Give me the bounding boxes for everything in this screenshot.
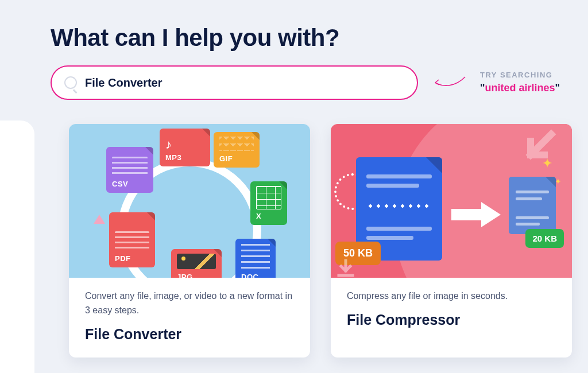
search-row: TRY SEARCHING "united airlines" — [51, 65, 588, 100]
sparkle-icon: ✦ — [542, 156, 552, 171]
cards-row: CSV MP3 GIF X DOC JPG PDF — [51, 124, 588, 358]
file-tile-csv: CSV — [106, 147, 153, 193]
size-after-badge: 20 KB — [525, 229, 564, 248]
card-illustration: CSV MP3 GIF X DOC JPG PDF — [69, 124, 310, 278]
hint-arrow-icon — [432, 75, 466, 91]
hint-example: "united airlines" — [480, 81, 560, 95]
search-input[interactable] — [85, 76, 404, 90]
search-icon — [64, 76, 77, 89]
card-file-converter[interactable]: CSV MP3 GIF X DOC JPG PDF — [69, 124, 310, 358]
document-small-icon — [509, 177, 556, 234]
card-title: File Compressor — [347, 312, 556, 328]
file-tile-mp3: MP3 — [160, 129, 210, 166]
search-hint: TRY SEARCHING "united airlines" — [480, 70, 560, 95]
arrow-right-icon — [449, 199, 503, 233]
file-tile-jpg: JPG — [171, 249, 222, 278]
file-tile-pdf: PDF — [109, 212, 155, 267]
search-box[interactable] — [51, 65, 418, 100]
arrow-down-left-icon — [519, 127, 559, 170]
background-panel — [0, 121, 34, 373]
page-title: What can I help you with? — [51, 24, 588, 52]
card-description: Compress any file or image in seconds. — [347, 289, 556, 304]
arrow-up-icon — [94, 215, 105, 224]
file-tile-xls: X — [250, 181, 287, 225]
file-tile-gif: GIF — [214, 132, 260, 168]
card-title: File Converter — [85, 326, 294, 343]
hint-label: TRY SEARCHING — [480, 70, 560, 80]
file-tile-doc: DOC — [235, 239, 276, 278]
card-file-compressor[interactable]: ✦ ✦ 50 KB 20 KB — [331, 124, 572, 358]
card-description: Convert any file, image, or video to a n… — [85, 289, 294, 318]
download-icon — [335, 258, 356, 278]
card-illustration: ✦ ✦ 50 KB 20 KB — [331, 124, 572, 278]
